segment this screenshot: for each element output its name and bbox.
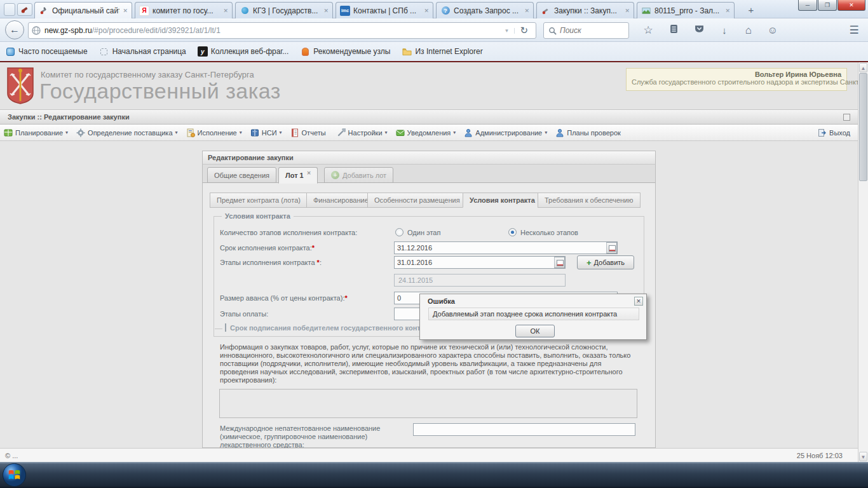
- tech-complexity-textarea[interactable]: [219, 389, 637, 418]
- tab-create-request[interactable]: ? Создать Запрос ... ✕: [436, 2, 534, 18]
- tab-close-icon[interactable]: ✕: [725, 8, 730, 14]
- collapse-panel-icon[interactable]: [843, 114, 850, 121]
- advance-label: Размер аванса (% от цены контракта):*: [220, 294, 348, 302]
- chevron-down-icon: ▾: [453, 130, 456, 135]
- scroll-down-icon[interactable]: ▼: [859, 452, 867, 461]
- gavel-icon: [20, 4, 30, 15]
- globe-icon: [31, 25, 41, 36]
- tab-committee[interactable]: Я комитет по госу... ✕: [135, 2, 233, 18]
- url-path: /#po/procedure/edit/id/392921/at/1/lt/1: [92, 26, 220, 35]
- url-bar[interactable]: new.gz-spb.ru/#po/procedure/edit/id/3929…: [28, 22, 536, 39]
- logout-button[interactable]: Выход: [818, 128, 854, 137]
- tab-add-lot: + Добавить лот: [324, 167, 393, 183]
- sign-deadline-legend: Срок подписания победителем государствен…: [222, 323, 419, 332]
- tab-close-icon[interactable]: ✕: [524, 8, 529, 14]
- bookmark-web-slices[interactable]: y Коллекция веб-фраг...: [198, 46, 289, 57]
- tab-kgz[interactable]: КГЗ | Государств... ✕: [235, 2, 333, 18]
- chat-icon[interactable]: ☺: [765, 24, 780, 37]
- breadcrumb: Закупки :: Редактирование закупки: [8, 113, 130, 121]
- tab-list-button[interactable]: [4, 3, 15, 16]
- menu-planning[interactable]: Планирование▾: [4, 128, 68, 137]
- org-name: Комитет по государственному заказу Санкт…: [41, 70, 254, 79]
- tab-contacts[interactable]: imc Контакты | СПб ... ✕: [336, 2, 433, 18]
- tab-official-site[interactable]: Официальный сайт ... ✕: [34, 2, 132, 18]
- mnn-input[interactable]: [413, 423, 635, 436]
- pocket-icon[interactable]: [691, 24, 707, 37]
- tab-zakupki[interactable]: Закупки :: Закуп... ✕: [536, 2, 634, 18]
- scroll-up-icon[interactable]: ▲: [859, 63, 867, 72]
- fieldset-legend: Условия контракта: [222, 212, 294, 220]
- bookmark-home-page[interactable]: Начальная страница: [99, 46, 186, 57]
- bookmarks-panel-icon[interactable]: [666, 24, 681, 37]
- person-icon: [464, 128, 473, 137]
- browser-tab-bar: Официальный сайт ... ✕ Я комитет по госу…: [0, 0, 868, 18]
- add-stage-button[interactable]: + Добавить: [577, 255, 634, 269]
- tab-lot-1[interactable]: Лот 1 ✕: [278, 167, 318, 184]
- close-button[interactable]: ✕: [837, 0, 865, 11]
- subtab-contract-subject[interactable]: Предмет контракта (лота): [210, 193, 308, 208]
- search-box[interactable]: [543, 22, 629, 39]
- payment-stages-label: Этапы оплаты:: [220, 310, 268, 318]
- stage-list-item[interactable]: 24.11.2015: [394, 274, 566, 287]
- bookmark-frequent[interactable]: Часто посещаемые: [5, 46, 88, 57]
- restore-button[interactable]: ❐: [818, 0, 837, 11]
- execution-stages-label: Этапы исполнения контракта *:: [220, 259, 322, 266]
- radio-single-stage[interactable]: [395, 228, 403, 236]
- tab-close-icon[interactable]: ✕: [323, 8, 329, 14]
- downloads-icon[interactable]: ↓: [717, 24, 732, 37]
- back-button[interactable]: ←: [5, 20, 24, 39]
- subtab-security-requirements[interactable]: Требования к обеспечению: [538, 193, 641, 208]
- dialog-close-icon[interactable]: ✕: [634, 297, 643, 306]
- sign-deadline-checkbox[interactable]: [225, 323, 226, 332]
- tab-close-icon[interactable]: ✕: [424, 8, 429, 14]
- menu-settings[interactable]: Настройки▾: [337, 128, 388, 137]
- menu-execution[interactable]: Исполнение▾: [186, 128, 242, 137]
- subtab-placement-features[interactable]: Особенности размещения: [367, 193, 467, 208]
- subtab-financing[interactable]: Финансирование: [306, 193, 376, 208]
- orange-flame-icon: [300, 46, 310, 57]
- dialog-ok-button[interactable]: ОК: [515, 325, 555, 337]
- menu-notifications[interactable]: Уведомления▾: [396, 128, 456, 137]
- tab-label: Контакты | СПб ...: [353, 6, 421, 15]
- bookmark-from-ie[interactable]: Из Internet Explorer: [402, 46, 482, 57]
- chevron-down-icon: ▾: [65, 130, 68, 135]
- tab-label: 80115_prro - Зал...: [654, 6, 722, 15]
- reload-icon[interactable]: ↻: [515, 25, 533, 36]
- search-input[interactable]: [560, 26, 623, 35]
- contract-deadline-input[interactable]: [394, 241, 618, 254]
- tab-label: Закупки :: Закуп...: [554, 6, 621, 15]
- main-menu-bar: Планирование▾ Определение поставщика▾ Ис…: [0, 125, 858, 141]
- menu-reports[interactable]: Отчеты: [290, 128, 329, 137]
- bookmark-star-icon[interactable]: ☆: [641, 24, 656, 37]
- mnn-label: Международное непатентованное наименован…: [220, 424, 410, 449]
- page-scrollbar[interactable]: ▲ ▼: [858, 62, 868, 462]
- menu-supplier-determination[interactable]: Определение поставщика▾: [76, 128, 177, 137]
- tab-image-file[interactable]: 80115_prro - Зал... ✕: [637, 2, 735, 18]
- tab-close-icon[interactable]: ✕: [123, 8, 128, 14]
- pinned-tab[interactable]: [17, 3, 32, 16]
- blue-globe-icon: [5, 46, 15, 57]
- scrollbar-thumb[interactable]: [859, 73, 867, 181]
- gavel-icon: [39, 6, 49, 16]
- subtab-contract-terms[interactable]: Условия контракта: [463, 193, 542, 208]
- url-dropdown-icon[interactable]: ▼: [499, 28, 515, 34]
- tab-close-icon[interactable]: ✕: [223, 8, 228, 14]
- menu-administration[interactable]: Администрирование▾: [464, 128, 547, 137]
- tab-close-icon[interactable]: ✕: [307, 170, 311, 176]
- new-tab-button[interactable]: +: [743, 4, 759, 17]
- tab-close-icon[interactable]: ✕: [625, 8, 630, 14]
- minimize-button[interactable]: ─: [798, 0, 817, 11]
- calendar-icon[interactable]: [554, 257, 565, 268]
- menu-hamburger-icon[interactable]: ☰: [846, 24, 862, 37]
- home-icon[interactable]: ⌂: [741, 24, 756, 37]
- tab-general-info[interactable]: Общие сведения: [207, 167, 276, 183]
- dashed-square-icon: [99, 46, 109, 57]
- start-button[interactable]: [2, 463, 27, 488]
- bookmark-suggested-sites[interactable]: Рекомендуемые узлы: [300, 46, 390, 57]
- bookmarks-bar: Часто посещаемые Начальная страница y Ко…: [0, 42, 868, 61]
- execution-stage-date-input[interactable]: [394, 256, 566, 269]
- radio-multiple-stages[interactable]: [508, 228, 517, 236]
- menu-nsi[interactable]: НСИ▾: [250, 128, 282, 137]
- menu-inspection-plans[interactable]: Планы проверок: [555, 128, 621, 137]
- calendar-icon[interactable]: [606, 242, 617, 254]
